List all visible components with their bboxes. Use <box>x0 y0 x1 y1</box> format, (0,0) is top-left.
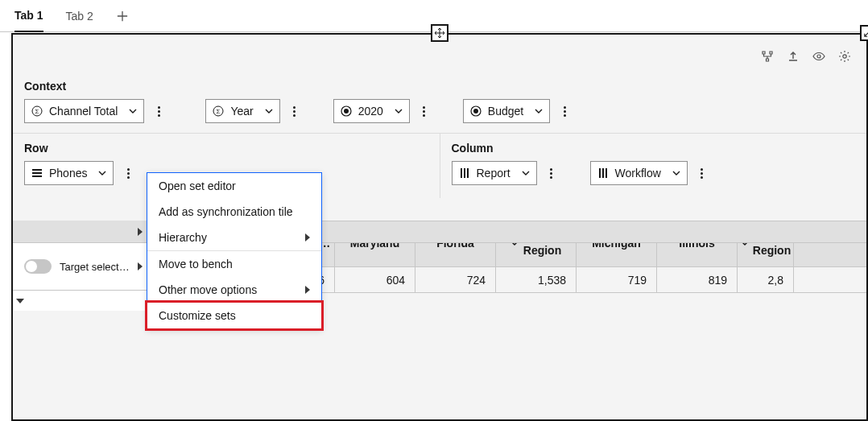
tab-2[interactable]: Tab 2 <box>66 0 93 32</box>
svg-rect-11 <box>32 172 42 174</box>
svg-rect-14 <box>464 168 465 178</box>
svg-point-7 <box>344 109 349 114</box>
svg-text:Σ: Σ <box>217 108 221 115</box>
menu-hierarchy[interactable]: Hierarchy <box>147 225 321 250</box>
visibility-icon[interactable] <box>812 49 826 64</box>
tab-1[interactable]: Tab 1 <box>14 0 43 32</box>
svg-rect-13 <box>461 168 462 178</box>
data-cell[interactable]: 2,8 <box>738 267 794 292</box>
column-workflow-label: Workflow <box>615 167 661 180</box>
year-more-button[interactable] <box>288 99 301 123</box>
row-phones-label: Phones <box>49 167 87 180</box>
svg-rect-18 <box>606 168 607 178</box>
svg-rect-15 <box>467 168 469 178</box>
canvas-toolbar <box>760 49 852 64</box>
row-context-menu: Open set editor Add as synchronization t… <box>147 172 322 329</box>
submenu-caret-icon <box>305 233 310 241</box>
menu-move-to-bench[interactable]: Move to bench <box>147 251 321 277</box>
year-pill-label: Year <box>230 105 253 118</box>
expand-down-icon[interactable] <box>16 299 24 303</box>
year-pill[interactable]: Σ Year <box>205 99 279 123</box>
channel-pill[interactable]: Σ Channel Total <box>24 99 144 123</box>
context-label: Context <box>24 80 855 93</box>
svg-point-0 <box>817 55 820 58</box>
column-workflow-pill[interactable]: Workflow <box>590 161 688 185</box>
channel-more-button[interactable] <box>152 99 165 123</box>
add-tab-button[interactable] <box>116 10 129 23</box>
column-section: Column Report Workflow <box>440 134 867 198</box>
context-section: Context Σ Channel Total Σ Year <box>13 35 866 133</box>
menu-customize-sets[interactable]: Customize sets <box>147 303 321 328</box>
column-report-label: Report <box>477 167 510 180</box>
svg-text:Σ: Σ <box>35 108 39 115</box>
svg-rect-17 <box>602 168 604 178</box>
column-label: Column <box>452 142 856 155</box>
budget-more-button[interactable] <box>558 99 571 123</box>
column-report-more-button[interactable] <box>545 161 558 185</box>
svg-rect-12 <box>32 175 42 177</box>
target-selection-label: Target selecti… <box>60 261 130 273</box>
menu-open-set-editor[interactable]: Open set editor <box>147 173 321 199</box>
data-cell[interactable]: 719 <box>577 267 657 292</box>
data-cell[interactable]: 819 <box>657 267 738 292</box>
year-value-pill[interactable]: 2020 <box>333 99 410 123</box>
budget-pill-label: Budget <box>488 105 523 118</box>
grid-left-panel: Target selecti… <box>13 221 150 311</box>
svg-point-1 <box>843 55 846 58</box>
row-phones-pill[interactable]: Phones <box>24 161 114 185</box>
year-value-label: 2020 <box>358 105 383 118</box>
column-workflow-more-button[interactable] <box>696 161 709 185</box>
hierarchy-icon[interactable] <box>760 49 775 64</box>
submenu-caret-icon <box>305 286 310 294</box>
data-cell[interactable]: 1,538 <box>496 267 577 292</box>
svg-rect-10 <box>32 169 42 171</box>
view-canvas: Context Σ Channel Total Σ Year <box>11 33 868 421</box>
svg-rect-16 <box>599 168 601 178</box>
row-phones-more-button[interactable] <box>122 161 134 185</box>
grid-area: Target selecti… Massachus…MarylandFlorid… <box>13 221 866 293</box>
svg-point-9 <box>473 109 478 114</box>
channel-pill-label: Channel Total <box>49 105 118 118</box>
canvas-move-handle[interactable] <box>431 24 448 42</box>
canvas-expand-handle[interactable] <box>860 25 868 41</box>
column-report-pill[interactable]: Report <box>452 161 537 185</box>
year-value-more-button[interactable] <box>418 99 431 123</box>
settings-icon[interactable] <box>837 49 852 64</box>
data-cell[interactable]: 604 <box>335 267 415 292</box>
expand-right-icon[interactable] <box>138 228 143 236</box>
data-cell[interactable]: 724 <box>415 267 496 292</box>
target-selection-toggle[interactable] <box>24 259 52 274</box>
budget-pill[interactable]: Budget <box>463 99 550 123</box>
target-expand-icon[interactable] <box>138 262 143 270</box>
menu-other-move-options[interactable]: Other move options <box>147 277 321 303</box>
menu-add-sync-tile[interactable]: Add as synchronization tile <box>147 199 321 225</box>
upload-icon[interactable] <box>786 49 800 64</box>
row-label: Row <box>24 142 428 155</box>
